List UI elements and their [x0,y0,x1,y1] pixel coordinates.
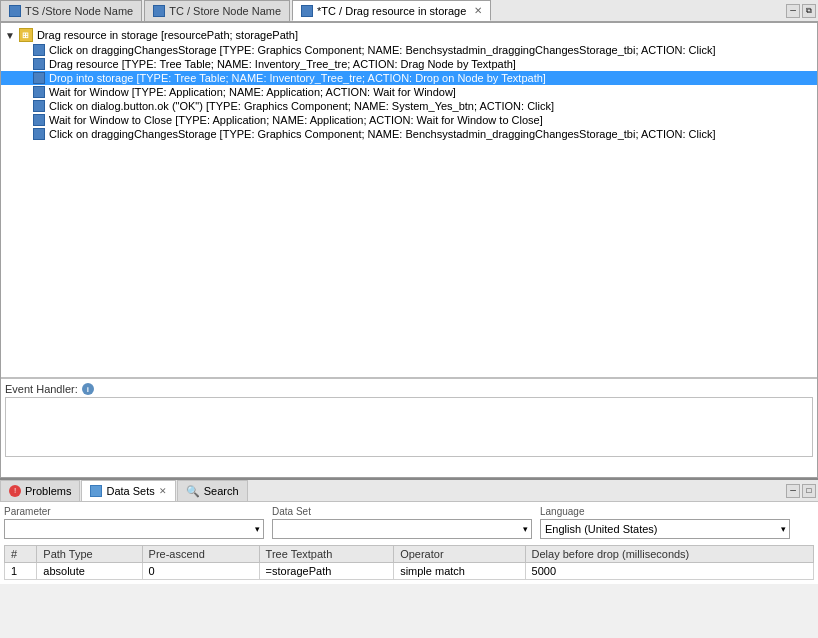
cell-tree-textpath: =storagePath [259,563,394,580]
event-handler-section: Event Handler: i [1,378,817,463]
tree-item-1[interactable]: Click on draggingChangesStorage [TYPE: G… [1,43,817,57]
dataset-label: Data Set [272,506,532,517]
tree-root-label: Drag resource in storage [resourcePath; … [37,29,298,41]
item-6-icon [33,114,45,126]
item-7-label: Click on draggingChangesStorage [TYPE: G… [49,128,715,140]
app-wrapper: TS /Store Node Name TC / Store Node Name… [0,0,818,638]
item-4-icon [33,86,45,98]
bottom-tab-bar: ! Problems Data Sets ✕ 🔍 Search ─ □ [0,480,818,502]
language-select[interactable]: English (United States) [540,519,790,539]
item-5-icon [33,100,45,112]
event-handler-label-text: Event Handler: [5,383,78,395]
cell-operator: simple match [394,563,525,580]
cell-delay: 5000 [525,563,813,580]
item-1-label: Click on draggingChangesStorage [TYPE: G… [49,44,715,56]
tree-item-6[interactable]: Wait for Window to Close [TYPE: Applicat… [1,113,817,127]
tree-item-4[interactable]: Wait for Window [TYPE: Application; NAME… [1,85,817,99]
tree-root[interactable]: ▼ ⊞ Drag resource in storage [resourcePa… [1,27,817,43]
tab-bar: TS /Store Node Name TC / Store Node Name… [0,0,818,22]
tab-tc-drag-close[interactable]: ✕ [474,5,482,16]
col-delay: Delay before drop (milliseconds) [525,546,813,563]
item-2-icon [33,58,45,70]
item-1-icon [33,44,45,56]
tree-item-5[interactable]: Click on dialog.button.ok ("OK") [TYPE: … [1,99,817,113]
expand-arrow: ▼ [5,30,15,41]
tc-drag-icon [301,5,313,17]
maximize-button[interactable]: ⧉ [802,4,816,18]
table-header: # Path Type Pre-ascend Tree Textpath Ope… [5,546,814,563]
bottom-tab-datasets[interactable]: Data Sets ✕ [81,480,175,501]
bottom-tab-datasets-close[interactable]: ✕ [159,486,167,496]
parameter-select[interactable] [4,519,264,539]
col-operator: Operator [394,546,525,563]
tab-tc[interactable]: TC / Store Node Name [144,0,290,21]
data-table: # Path Type Pre-ascend Tree Textpath Ope… [4,545,814,580]
dataset-group: Data Set [272,506,532,539]
lower-section: ! Problems Data Sets ✕ 🔍 Search ─ □ [0,478,818,638]
item-7-icon [33,128,45,140]
upper-section: TS /Store Node Name TC / Store Node Name… [0,0,818,478]
item-6-label: Wait for Window to Close [TYPE: Applicat… [49,114,543,126]
tree-item-7[interactable]: Click on draggingChangesStorage [TYPE: G… [1,127,817,141]
event-handler-info-icon[interactable]: i [82,383,94,395]
event-handler-input[interactable] [5,397,813,457]
tree-item-3[interactable]: Drop into storage [TYPE: Tree Table; NAM… [1,71,817,85]
bottom-tab-problems[interactable]: ! Problems [0,480,80,501]
dataset-select[interactable] [272,519,532,539]
item-5-label: Click on dialog.button.ok ("OK") [TYPE: … [49,100,554,112]
tc-icon [153,5,165,17]
bottom-tab-search[interactable]: 🔍 Search [177,480,248,501]
tab-tc-drag-label: *TC / Drag resource in storage [317,5,466,17]
language-group: Language English (United States) [540,506,790,539]
bottom-tab-problems-label: Problems [25,485,71,497]
parameter-label: Parameter [4,506,264,517]
parameter-select-wrap [4,519,264,539]
cell-pre-ascend: 0 [142,563,259,580]
data-sets-icon [90,485,102,497]
language-select-wrap: English (United States) [540,519,790,539]
bottom-tab-search-label: Search [204,485,239,497]
item-3-label: Drop into storage [TYPE: Tree Table; NAM… [49,72,546,84]
cell-path-type: absolute [37,563,142,580]
filter-row: Parameter Data Set [4,506,814,539]
col-num: # [5,546,37,563]
tab-ts-label: TS /Store Node Name [25,5,133,17]
bottom-minimize-button[interactable]: ─ [786,484,800,498]
search-icon: 🔍 [186,485,200,498]
tab-tc-drag[interactable]: *TC / Drag resource in storage ✕ [292,0,491,21]
parameter-group: Parameter [4,506,264,539]
item-4-label: Wait for Window [TYPE: Application; NAME… [49,86,456,98]
bottom-maximize-button[interactable]: □ [802,484,816,498]
language-label: Language [540,506,790,517]
col-pre-ascend: Pre-ascend [142,546,259,563]
item-2-label: Drag resource [TYPE: Tree Table; NAME: I… [49,58,516,70]
col-path-type: Path Type [37,546,142,563]
problems-icon: ! [9,485,21,497]
ts-icon [9,5,21,17]
tree-area[interactable]: ▼ ⊞ Drag resource in storage [resourcePa… [1,23,817,378]
dataset-area: Parameter Data Set [0,502,818,584]
bottom-tab-datasets-label: Data Sets [106,485,154,497]
event-handler-header: Event Handler: i [5,383,813,395]
table-row[interactable]: 1 absolute 0 =storagePath simple match 5… [5,563,814,580]
dataset-select-wrap [272,519,532,539]
table-body: 1 absolute 0 =storagePath simple match 5… [5,563,814,580]
root-icon: ⊞ [19,28,33,42]
tab-tc-label: TC / Store Node Name [169,5,281,17]
tree-item-2[interactable]: Drag resource [TYPE: Tree Table; NAME: I… [1,57,817,71]
col-tree-textpath: Tree Textpath [259,546,394,563]
item-3-icon [33,72,45,84]
bottom-win-controls: ─ □ [786,480,818,501]
minimize-button[interactable]: ─ [786,4,800,18]
tab-ts[interactable]: TS /Store Node Name [0,0,142,21]
window-controls: ─ ⧉ [786,0,818,21]
main-panel: ▼ ⊞ Drag resource in storage [resourcePa… [0,22,818,478]
cell-num: 1 [5,563,37,580]
